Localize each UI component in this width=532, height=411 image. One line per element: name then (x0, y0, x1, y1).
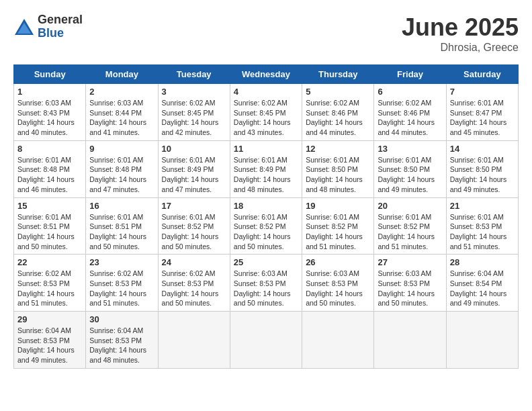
day-number: 21 (450, 201, 515, 211)
calendar-cell (230, 312, 302, 369)
calendar-cell: 5 Sunrise: 6:02 AMSunset: 8:46 PMDayligh… (302, 84, 374, 141)
calendar-cell: 19 Sunrise: 6:01 AMSunset: 8:52 PMDaylig… (302, 197, 374, 255)
day-info: Sunrise: 6:01 AMSunset: 8:52 PMDaylight:… (234, 212, 298, 252)
day-info: Sunrise: 6:02 AMSunset: 8:45 PMDaylight:… (162, 98, 226, 138)
day-info: Sunrise: 6:04 AMSunset: 8:53 PMDaylight:… (17, 326, 82, 365)
calendar-cell: 17 Sunrise: 6:01 AMSunset: 8:52 PMDaylig… (158, 197, 230, 255)
day-number: 13 (378, 144, 442, 154)
calendar-cell: 20 Sunrise: 6:01 AMSunset: 8:52 PMDaylig… (374, 197, 446, 255)
logo-icon (13, 17, 35, 36)
day-number: 1 (17, 87, 82, 97)
day-info: Sunrise: 6:01 AMSunset: 8:48 PMDaylight:… (17, 155, 82, 195)
day-number: 28 (450, 257, 515, 267)
calendar-cell (302, 312, 374, 369)
day-info: Sunrise: 6:01 AMSunset: 8:50 PMDaylight:… (450, 155, 515, 195)
location-label: Dhrosia, Greece (402, 42, 519, 54)
calendar-cell: 3 Sunrise: 6:02 AMSunset: 8:45 PMDayligh… (158, 84, 230, 141)
day-number: 14 (450, 144, 515, 154)
logo-general-label: General (38, 13, 83, 27)
calendar-table: SundayMondayTuesdayWednesdayThursdayFrid… (13, 64, 519, 369)
calendar-week-4: 22 Sunrise: 6:02 AMSunset: 8:53 PMDaylig… (14, 255, 519, 312)
calendar-cell: 18 Sunrise: 6:01 AMSunset: 8:52 PMDaylig… (230, 197, 302, 255)
day-number: 19 (306, 201, 370, 211)
day-number: 23 (89, 257, 154, 267)
calendar-cell: 8 Sunrise: 6:01 AMSunset: 8:48 PMDayligh… (14, 140, 86, 197)
calendar-cell: 25 Sunrise: 6:03 AMSunset: 8:53 PMDaylig… (230, 255, 302, 312)
logo-blue-label: Blue (38, 27, 83, 40)
calendar-cell: 27 Sunrise: 6:03 AMSunset: 8:53 PMDaylig… (374, 255, 446, 312)
calendar-week-2: 8 Sunrise: 6:01 AMSunset: 8:48 PMDayligh… (14, 140, 519, 197)
day-number: 7 (450, 87, 515, 97)
day-info: Sunrise: 6:01 AMSunset: 8:52 PMDaylight:… (306, 212, 370, 252)
col-header-saturday: Saturday (446, 65, 518, 84)
col-header-monday: Monday (86, 65, 158, 84)
day-number: 24 (162, 257, 226, 267)
day-info: Sunrise: 6:02 AMSunset: 8:53 PMDaylight:… (162, 269, 226, 308)
day-info: Sunrise: 6:02 AMSunset: 8:46 PMDaylight:… (378, 98, 442, 138)
calendar-cell: 11 Sunrise: 6:01 AMSunset: 8:49 PMDaylig… (230, 140, 302, 197)
calendar-cell: 12 Sunrise: 6:01 AMSunset: 8:50 PMDaylig… (302, 140, 374, 197)
day-info: Sunrise: 6:03 AMSunset: 8:53 PMDaylight:… (306, 269, 370, 308)
day-info: Sunrise: 6:03 AMSunset: 8:53 PMDaylight:… (234, 269, 298, 308)
col-header-friday: Friday (374, 65, 446, 84)
day-number: 3 (162, 87, 226, 97)
day-number: 10 (162, 144, 226, 154)
calendar-cell: 10 Sunrise: 6:01 AMSunset: 8:49 PMDaylig… (158, 140, 230, 197)
calendar-cell: 30 Sunrise: 6:04 AMSunset: 8:53 PMDaylig… (86, 312, 158, 369)
day-info: Sunrise: 6:03 AMSunset: 8:53 PMDaylight:… (378, 269, 442, 308)
day-info: Sunrise: 6:03 AMSunset: 8:44 PMDaylight:… (89, 98, 154, 138)
day-info: Sunrise: 6:01 AMSunset: 8:53 PMDaylight:… (450, 212, 515, 252)
day-number: 15 (17, 201, 82, 211)
day-number: 29 (17, 314, 82, 324)
page-header: General Blue June 2025 Dhrosia, Greece (13, 13, 519, 54)
calendar-cell: 22 Sunrise: 6:02 AMSunset: 8:53 PMDaylig… (14, 255, 86, 312)
calendar-week-1: 1 Sunrise: 6:03 AMSunset: 8:43 PMDayligh… (14, 84, 519, 141)
day-info: Sunrise: 6:01 AMSunset: 8:49 PMDaylight:… (234, 155, 298, 195)
day-info: Sunrise: 6:02 AMSunset: 8:53 PMDaylight:… (17, 269, 82, 308)
day-number: 5 (306, 87, 370, 97)
day-number: 26 (306, 257, 370, 267)
calendar-cell: 2 Sunrise: 6:03 AMSunset: 8:44 PMDayligh… (86, 84, 158, 141)
day-info: Sunrise: 6:01 AMSunset: 8:50 PMDaylight:… (378, 155, 442, 195)
day-number: 17 (162, 201, 226, 211)
day-info: Sunrise: 6:02 AMSunset: 8:53 PMDaylight:… (89, 269, 154, 308)
day-info: Sunrise: 6:03 AMSunset: 8:43 PMDaylight:… (17, 98, 82, 138)
calendar-week-5: 29 Sunrise: 6:04 AMSunset: 8:53 PMDaylig… (14, 312, 519, 369)
calendar-cell: 21 Sunrise: 6:01 AMSunset: 8:53 PMDaylig… (446, 197, 518, 255)
col-header-wednesday: Wednesday (230, 65, 302, 84)
calendar-cell: 15 Sunrise: 6:01 AMSunset: 8:51 PMDaylig… (14, 197, 86, 255)
day-info: Sunrise: 6:01 AMSunset: 8:49 PMDaylight:… (162, 155, 226, 195)
day-info: Sunrise: 6:04 AMSunset: 8:53 PMDaylight:… (89, 326, 154, 365)
calendar-cell: 28 Sunrise: 6:04 AMSunset: 8:54 PMDaylig… (446, 255, 518, 312)
calendar-cell: 4 Sunrise: 6:02 AMSunset: 8:45 PMDayligh… (230, 84, 302, 141)
day-info: Sunrise: 6:01 AMSunset: 8:52 PMDaylight:… (378, 212, 442, 252)
day-number: 27 (378, 257, 442, 267)
day-info: Sunrise: 6:04 AMSunset: 8:54 PMDaylight:… (450, 269, 515, 308)
day-number: 6 (378, 87, 442, 97)
calendar-cell (446, 312, 518, 369)
month-title: June 2025 (402, 13, 519, 42)
calendar-cell: 9 Sunrise: 6:01 AMSunset: 8:48 PMDayligh… (86, 140, 158, 197)
day-info: Sunrise: 6:02 AMSunset: 8:46 PMDaylight:… (306, 98, 370, 138)
day-number: 2 (89, 87, 154, 97)
logo: General Blue (13, 13, 83, 40)
col-header-tuesday: Tuesday (158, 65, 230, 84)
day-number: 20 (378, 201, 442, 211)
calendar-header-row: SundayMondayTuesdayWednesdayThursdayFrid… (14, 65, 519, 84)
day-info: Sunrise: 6:02 AMSunset: 8:45 PMDaylight:… (234, 98, 298, 138)
calendar-cell: 6 Sunrise: 6:02 AMSunset: 8:46 PMDayligh… (374, 84, 446, 141)
calendar-cell: 13 Sunrise: 6:01 AMSunset: 8:50 PMDaylig… (374, 140, 446, 197)
day-number: 4 (234, 87, 298, 97)
day-number: 12 (306, 144, 370, 154)
day-info: Sunrise: 6:01 AMSunset: 8:47 PMDaylight:… (450, 98, 515, 138)
day-number: 30 (89, 314, 154, 324)
day-info: Sunrise: 6:01 AMSunset: 8:52 PMDaylight:… (162, 212, 226, 252)
day-number: 25 (234, 257, 298, 267)
calendar-cell: 26 Sunrise: 6:03 AMSunset: 8:53 PMDaylig… (302, 255, 374, 312)
day-number: 16 (89, 201, 154, 211)
calendar-cell: 24 Sunrise: 6:02 AMSunset: 8:53 PMDaylig… (158, 255, 230, 312)
day-info: Sunrise: 6:01 AMSunset: 8:51 PMDaylight:… (17, 212, 82, 252)
logo-text: General Blue (38, 13, 83, 40)
day-number: 11 (234, 144, 298, 154)
day-info: Sunrise: 6:01 AMSunset: 8:48 PMDaylight:… (89, 155, 154, 195)
